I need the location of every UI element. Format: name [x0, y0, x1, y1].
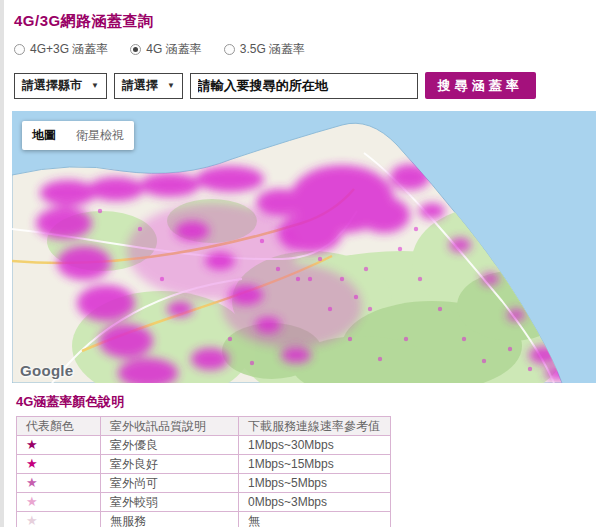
- search-controls: 請選擇縣市 ▼ 請選擇 ▼ 搜尋涵蓋率: [14, 72, 592, 99]
- google-logo[interactable]: Google: [20, 362, 73, 379]
- legend-row: ★ 室外尚可 1Mbps~5Mbps: [17, 474, 391, 493]
- map-canvas[interactable]: [12, 111, 596, 383]
- location-search-input[interactable]: [190, 73, 418, 99]
- speed-cell: 1Mbps~15Mbps: [239, 455, 391, 474]
- coverage-map: 地圖 衛星檢視 Google: [12, 111, 596, 383]
- map-view-button[interactable]: 地圖: [22, 121, 66, 150]
- quality-cell: 室外良好: [101, 455, 239, 474]
- city-select[interactable]: 請選擇縣市 ▼: [14, 73, 107, 99]
- radio-4g3g-coverage[interactable]: 4G+3G 涵蓋率: [14, 41, 108, 58]
- coverage-query-page: 4G/3G網路涵蓋查詢 4G+3G 涵蓋率 4G 涵蓋率 3.5G 涵蓋率 請選…: [4, 0, 600, 527]
- map-type-controls: 地圖 衛星檢視: [22, 121, 134, 150]
- star-icon: ★: [26, 437, 38, 452]
- header-color: 代表顏色: [17, 417, 101, 436]
- district-select-label: 請選擇: [122, 77, 158, 94]
- coverage-legend: 4G涵蓋率顏色說明 代表顏色 室外收訊品質說明 下載服務連線速率參考值 ★ 室外…: [12, 393, 592, 527]
- legend-header-row: 代表顏色 室外收訊品質說明 下載服務連線速率參考值: [17, 417, 391, 436]
- satellite-view-button[interactable]: 衛星檢視: [66, 121, 134, 150]
- star-icon: ★: [26, 494, 38, 509]
- radio-unchecked-icon: [14, 44, 25, 55]
- star-icon: ★: [26, 475, 38, 490]
- radio-checked-icon: [130, 44, 141, 55]
- speed-cell: 1Mbps~30Mbps: [239, 436, 391, 455]
- quality-cell: 室外較弱: [101, 493, 239, 512]
- chevron-down-icon: ▼: [91, 81, 99, 90]
- radio-label: 4G+3G 涵蓋率: [30, 41, 108, 58]
- quality-cell: 室外優良: [101, 436, 239, 455]
- radio-label: 4G 涵蓋率: [146, 41, 201, 58]
- radio-35g-coverage[interactable]: 3.5G 涵蓋率: [224, 41, 305, 58]
- chevron-down-icon: ▼: [167, 81, 175, 90]
- search-coverage-button[interactable]: 搜尋涵蓋率: [425, 72, 536, 99]
- speed-cell: 0Mbps~3Mbps: [239, 493, 391, 512]
- legend-title: 4G涵蓋率顏色說明: [16, 393, 592, 411]
- legend-row: ★ 無服務 無: [17, 512, 391, 527]
- speed-cell: 無: [239, 512, 391, 527]
- radio-unchecked-icon: [224, 44, 235, 55]
- legend-row: ★ 室外良好 1Mbps~15Mbps: [17, 455, 391, 474]
- quality-cell: 室外尚可: [101, 474, 239, 493]
- header-speed: 下載服務連線速率參考值: [239, 417, 391, 436]
- radio-label: 3.5G 涵蓋率: [240, 41, 305, 58]
- district-select[interactable]: 請選擇 ▼: [114, 73, 183, 99]
- quality-cell: 無服務: [101, 512, 239, 527]
- legend-row: ★ 室外優良 1Mbps~30Mbps: [17, 436, 391, 455]
- star-icon: ★: [26, 513, 38, 527]
- header-quality: 室外收訊品質說明: [101, 417, 239, 436]
- speed-cell: 1Mbps~5Mbps: [239, 474, 391, 493]
- legend-table: 代表顏色 室外收訊品質說明 下載服務連線速率參考值 ★ 室外優良 1Mbps~3…: [16, 416, 391, 527]
- coverage-type-options: 4G+3G 涵蓋率 4G 涵蓋率 3.5G 涵蓋率: [14, 41, 592, 58]
- star-icon: ★: [26, 456, 38, 471]
- city-select-label: 請選擇縣市: [22, 77, 82, 94]
- legend-row: ★ 室外較弱 0Mbps~3Mbps: [17, 493, 391, 512]
- page-title: 4G/3G網路涵蓋查詢: [14, 12, 592, 31]
- radio-4g-coverage[interactable]: 4G 涵蓋率: [130, 41, 201, 58]
